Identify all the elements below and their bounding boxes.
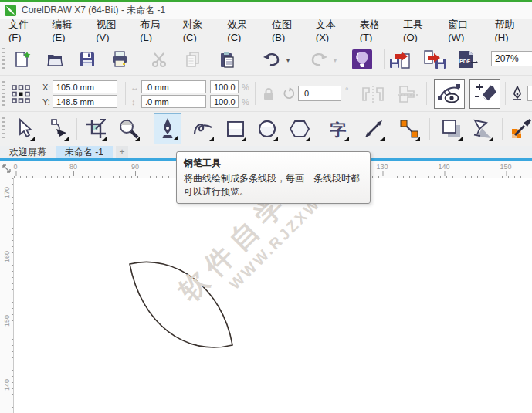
object-width-value: .0 mm: [145, 83, 169, 92]
polygon-tool-icon: [289, 119, 310, 139]
plus-icon: +: [120, 147, 125, 157]
paste-clipboard-icon: [218, 50, 236, 69]
hruler-label: 80: [69, 163, 77, 171]
pen-plus-minus-icon: [473, 83, 496, 106]
y-position-field[interactable]: 148.5 mm: [53, 95, 117, 108]
rectangle-tool-icon: [225, 119, 246, 139]
ruler-origin-corner[interactable]: [0, 161, 14, 178]
rotation-angle-value: .0: [302, 89, 309, 98]
pen-tool-tooltip: 钢笔工具 将曲线绘制成多条线段，每画一条线段时都可以进行预览。: [176, 151, 371, 204]
toolbar-separator: [344, 49, 344, 69]
hruler-label: 150: [500, 163, 511, 171]
undo-button[interactable]: [261, 48, 283, 71]
tab-welcome-screen[interactable]: 欢迎屏幕: [0, 146, 56, 158]
object-height-value: .0 mm: [145, 97, 169, 107]
coreldraw-window: CorelDRAW X7 (64-Bit) - 未命名 -1 文件(F) 编辑(…: [0, 0, 532, 413]
export-icon: [423, 49, 446, 69]
lock-ratio-icon-disabled: [261, 86, 276, 102]
object-width-field[interactable]: .0 mm: [141, 80, 206, 93]
percent-sign: %: [242, 83, 249, 92]
redo-button-disabled: [308, 48, 330, 71]
new-document-button[interactable]: [12, 48, 33, 71]
cut-button-disabled: [148, 48, 170, 71]
preview-mode-toggle[interactable]: [434, 79, 465, 109]
nib-settings-icon: [511, 86, 524, 101]
tooltip-body: 将曲线绘制成多条线段，每画一条线段时都可以进行预览。: [184, 172, 363, 198]
text-tool[interactable]: 字: [324, 113, 352, 144]
save-button[interactable]: [76, 48, 98, 71]
property-separator: [125, 82, 126, 105]
zoom-tool[interactable]: [115, 113, 143, 144]
connector-tool[interactable]: [395, 113, 423, 144]
drop-shadow-tool[interactable]: [438, 113, 466, 144]
crop-tool-icon: [86, 119, 106, 139]
menu-bar: 文件(F) 编辑(E) 视图(V) 布局(L) 对象(C) 效果(C) 位图(B…: [0, 19, 532, 42]
zoom-level-combobox[interactable]: 207%: [491, 51, 532, 66]
toolbar-separator: [384, 49, 385, 69]
toolbox-separator: [429, 118, 430, 140]
x-position-field[interactable]: 105.0 mm: [53, 80, 117, 93]
pdf-icon-label: PDF: [459, 59, 470, 64]
toolbox-separator: [502, 118, 503, 140]
open-button[interactable]: [44, 48, 66, 71]
scale-vertical-field[interactable]: 100.0: [210, 95, 239, 108]
tab-untitled-1-active[interactable]: 未命名 -1: [56, 146, 113, 158]
transparency-tool[interactable]: [469, 113, 496, 144]
save-floppy-icon: [78, 50, 97, 69]
application-launcher-button[interactable]: [350, 48, 374, 71]
pick-tool[interactable]: [10, 113, 38, 144]
ellipse-tool[interactable]: [253, 113, 281, 144]
import-button[interactable]: [388, 48, 413, 71]
rotation-angle-field[interactable]: .0: [298, 86, 341, 101]
redo-dropdown-caret: ▾: [331, 56, 339, 64]
freehand-curve-tool[interactable]: [189, 113, 217, 144]
nib-value-field-partial[interactable]: [527, 86, 532, 101]
object-height-icon: ↕: [131, 97, 136, 107]
pen-tool-selected[interactable]: [154, 113, 181, 144]
object-height-field[interactable]: .0 mm: [141, 95, 206, 108]
tab-untitled-label: 未命名 -1: [65, 146, 103, 159]
copy-icon: [184, 50, 202, 69]
object-origin-selector-icon[interactable]: [11, 84, 31, 104]
drawing-canvas[interactable]: [14, 178, 532, 413]
property-separator: [505, 82, 506, 105]
object-width-icon: ↔: [130, 83, 139, 92]
undo-dropdown-caret[interactable]: ▾: [284, 56, 292, 64]
mirror-horizontal-icon-disabled: [361, 85, 385, 103]
toolbox-drag-handle[interactable]: [2, 117, 5, 140]
toolbar-drag-handle[interactable]: [2, 48, 5, 69]
y-position-value: 148.5 mm: [56, 97, 94, 107]
publish-pdf-button[interactable]: PDF: [454, 48, 482, 71]
dimension-tool[interactable]: [360, 113, 388, 144]
scale-vertical-value: 100.0: [214, 97, 236, 107]
standard-toolbar: ▾ ▾: [0, 42, 532, 75]
text-tool-icon: 字: [330, 121, 347, 137]
print-button[interactable]: [109, 48, 130, 71]
color-eyedropper-tool[interactable]: [508, 113, 532, 144]
crop-tool[interactable]: [82, 113, 110, 144]
export-button[interactable]: [422, 48, 447, 71]
shape-tool[interactable]: [44, 113, 72, 144]
rectangle-tool[interactable]: [222, 113, 249, 144]
polygon-tool[interactable]: [286, 113, 313, 144]
toolbox: 字: [0, 111, 532, 146]
auto-add-delete-toggle[interactable]: [469, 79, 500, 109]
ellipse-tool-icon: [257, 119, 277, 139]
redo-icon: [309, 50, 329, 69]
vertical-ruler[interactable]: 170 160 150 140: [0, 178, 14, 413]
import-icon: [389, 49, 412, 69]
property-separator: [255, 82, 256, 105]
zoom-level-value: 207%: [495, 53, 519, 64]
paste-button[interactable]: [216, 48, 238, 71]
shape-tool-icon: [48, 118, 68, 140]
new-document-tab-button[interactable]: +: [116, 146, 128, 158]
hruler-label: 0: [13, 163, 17, 171]
open-folder-icon: [46, 50, 64, 69]
toolbar-separator: [249, 49, 249, 69]
property-bar-drag-handle[interactable]: [2, 81, 5, 106]
ruler-origin-icon: [2, 164, 12, 174]
toolbox-separator: [147, 118, 147, 140]
eyedropper-tool-icon: [510, 118, 532, 140]
hruler-label: 130: [376, 163, 388, 171]
scale-horizontal-field[interactable]: 100.0: [210, 80, 239, 93]
